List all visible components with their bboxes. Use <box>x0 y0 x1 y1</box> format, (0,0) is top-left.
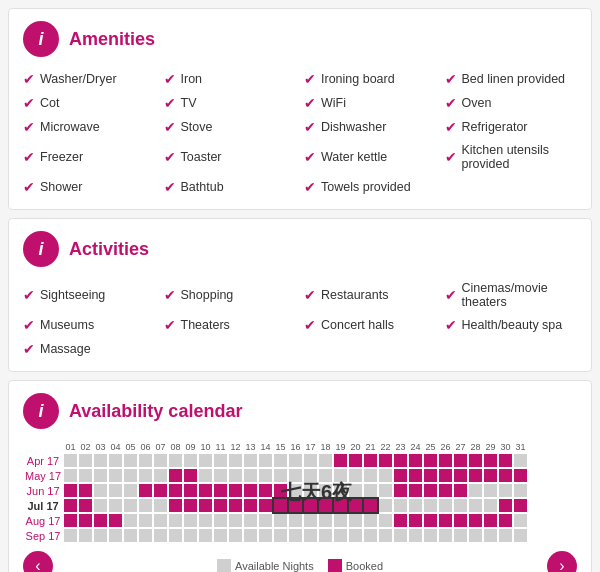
amenities-icon: i <box>23 21 59 57</box>
amenity-item: ✔Kitchen utensils provided <box>445 141 578 173</box>
calendar-cell <box>198 453 213 468</box>
calendar-cell <box>198 513 213 528</box>
calendar-cell <box>348 513 363 528</box>
calendar-cell <box>453 468 468 483</box>
calendar-cell <box>153 513 168 528</box>
amenity-empty <box>445 177 578 197</box>
calendar-cell <box>303 453 318 468</box>
check-icon: ✔ <box>23 341 35 357</box>
calendar-cell <box>228 453 243 468</box>
calendar-cell <box>318 528 333 543</box>
calendar-cell <box>168 513 183 528</box>
calendar-cell <box>228 528 243 543</box>
calendar-day-header: 30 <box>498 441 513 453</box>
calendar-row-label: May 17 <box>23 468 63 483</box>
calendar-next-button[interactable]: › <box>547 551 577 572</box>
check-icon: ✔ <box>23 317 35 333</box>
calendar-row: Jun 17 <box>23 483 528 498</box>
calendar-cell <box>348 528 363 543</box>
activity-label: Concert halls <box>321 318 394 332</box>
calendar-cell <box>468 528 483 543</box>
amenity-label: Bed linen provided <box>462 72 566 86</box>
calendar-cell <box>348 498 363 513</box>
check-icon: ✔ <box>23 179 35 195</box>
calendar-cell <box>498 453 513 468</box>
calendar-cell <box>138 528 153 543</box>
legend-booked-box <box>328 559 342 572</box>
calendar-cell <box>273 528 288 543</box>
activity-item: ✔Massage <box>23 339 156 359</box>
amenity-item: ✔Water kettle <box>304 141 437 173</box>
calendar-cell <box>438 483 453 498</box>
calendar-cell <box>393 528 408 543</box>
calendar-cell <box>123 483 138 498</box>
amenity-item: ✔Bed linen provided <box>445 69 578 89</box>
amenity-label: Dishwasher <box>321 120 386 134</box>
activity-label: Museums <box>40 318 94 332</box>
calendar-cell <box>198 483 213 498</box>
calendar-cell <box>138 453 153 468</box>
activity-label: Cinemas/movie theaters <box>462 281 578 309</box>
calendar-cell <box>303 483 318 498</box>
calendar-cell <box>513 513 528 528</box>
calendar-cell <box>468 498 483 513</box>
amenity-item: ✔TV <box>164 93 297 113</box>
calendar-cell <box>303 468 318 483</box>
calendar-cell <box>213 468 228 483</box>
calendar-cell <box>183 498 198 513</box>
calendar-cell <box>258 498 273 513</box>
amenity-label: Microwave <box>40 120 100 134</box>
calendar-cell <box>468 453 483 468</box>
calendar-cell <box>378 483 393 498</box>
calendar-day-header: 20 <box>348 441 363 453</box>
check-icon: ✔ <box>164 149 176 165</box>
calendar-day-header: 22 <box>378 441 393 453</box>
activity-item: ✔Museums <box>23 315 156 335</box>
calendar-cell <box>288 528 303 543</box>
check-icon: ✔ <box>304 149 316 165</box>
check-icon: ✔ <box>445 149 457 165</box>
calendar-day-header: 02 <box>78 441 93 453</box>
calendar-row-label: Jun 17 <box>23 483 63 498</box>
calendar-cell <box>258 513 273 528</box>
calendar-cell <box>438 498 453 513</box>
calendar-cell <box>348 483 363 498</box>
amenity-label: Towels provided <box>321 180 411 194</box>
legend-available-box <box>217 559 231 572</box>
check-icon: ✔ <box>23 95 35 111</box>
calendar-cell <box>78 483 93 498</box>
calendar-day-header: 24 <box>408 441 423 453</box>
legend-booked-label: Booked <box>346 560 383 572</box>
calendar-cell <box>288 483 303 498</box>
calendar-day-header: 26 <box>438 441 453 453</box>
calendar-cell <box>63 453 78 468</box>
amenity-item: ✔Oven <box>445 93 578 113</box>
amenity-item: ✔Towels provided <box>304 177 437 197</box>
activities-icon: i <box>23 231 59 267</box>
check-icon: ✔ <box>304 287 316 303</box>
calendar-cell <box>198 498 213 513</box>
calendar-day-header: 11 <box>213 441 228 453</box>
amenity-item: ✔Microwave <box>23 117 156 137</box>
calendar-cell <box>108 483 123 498</box>
calendar-cell <box>243 498 258 513</box>
calendar-cell <box>108 513 123 528</box>
calendar-cell <box>363 498 378 513</box>
amenity-label: Cot <box>40 96 59 110</box>
calendar-cell <box>78 453 93 468</box>
activities-header: i Activities <box>23 231 577 267</box>
amenity-label: Shower <box>40 180 82 194</box>
amenity-item: ✔Dishwasher <box>304 117 437 137</box>
calendar-row: Jul 17 <box>23 498 528 513</box>
calendar-day-header: 01 <box>63 441 78 453</box>
calendar-cell <box>453 513 468 528</box>
calendar-cell <box>498 528 513 543</box>
calendar-cell <box>258 453 273 468</box>
check-icon: ✔ <box>304 95 316 111</box>
amenity-item: ✔Freezer <box>23 141 156 173</box>
amenity-item: ✔Iron <box>164 69 297 89</box>
calendar-cell <box>348 453 363 468</box>
calendar-prev-button[interactable]: ‹ <box>23 551 53 572</box>
calendar-cell <box>228 468 243 483</box>
calendar-cell <box>183 528 198 543</box>
